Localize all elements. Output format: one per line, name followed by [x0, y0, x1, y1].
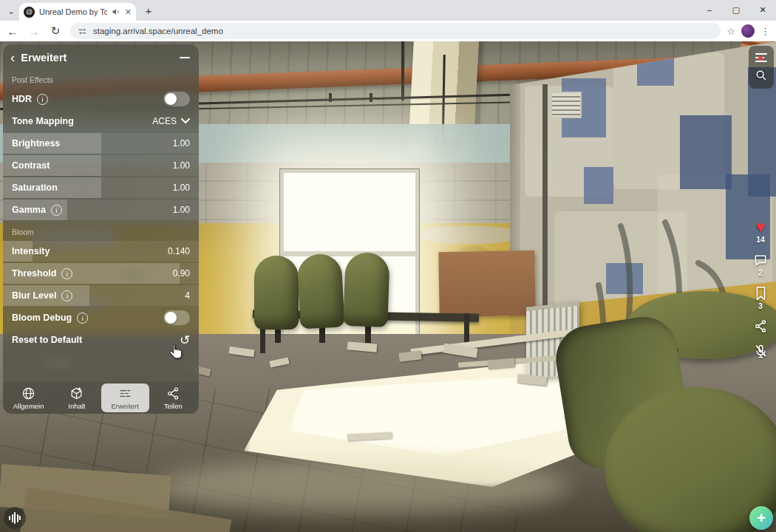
- scene-chair: [296, 253, 344, 329]
- bookmarks-count: 3: [758, 301, 763, 310]
- info-icon[interactable]: i: [77, 313, 88, 324]
- search-button[interactable]: [755, 69, 767, 81]
- threshold-slider[interactable]: Threshold i 0.90: [3, 263, 199, 284]
- profile-avatar[interactable]: [741, 24, 755, 38]
- notification-dot: [758, 56, 763, 61]
- window-close-button[interactable]: ✕: [749, 0, 776, 19]
- tab-inhalt[interactable]: Inhalt: [52, 383, 101, 412]
- info-icon[interactable]: i: [61, 268, 72, 279]
- site-settings-icon[interactable]: [78, 27, 87, 36]
- panel-collapse-icon[interactable]: [180, 57, 190, 59]
- scene-chair: [343, 252, 389, 327]
- address-bar[interactable]: staging.arrival.space/unreal_demo: [70, 23, 721, 39]
- contrast-slider[interactable]: Contrast 1.00: [3, 155, 199, 176]
- forward-button[interactable]: →: [25, 22, 43, 40]
- share-icon: [754, 319, 768, 333]
- window-maximize-button[interactable]: ▢: [723, 0, 749, 19]
- panel-title: Erweitert: [21, 52, 174, 64]
- site-favicon: @: [24, 7, 35, 18]
- reload-button[interactable]: ↻: [47, 22, 64, 40]
- social-rail: ♥ 14 2 3: [751, 219, 770, 359]
- tab-title: Unreal Demo by Tom: [39, 7, 107, 16]
- tone-mapping-select[interactable]: ACES: [152, 116, 190, 126]
- search-icon: [755, 69, 767, 81]
- share-button[interactable]: [754, 319, 768, 333]
- row-tone-mapping: Tone Mapping ACES: [3, 111, 199, 132]
- tab-allgemein[interactable]: Allgemein: [4, 383, 52, 412]
- info-icon[interactable]: i: [51, 205, 62, 216]
- mouse-cursor: [169, 344, 185, 364]
- bookmarks-button[interactable]: [755, 286, 767, 301]
- browser-menu-icon[interactable]: ⋮: [760, 26, 770, 37]
- heart-icon[interactable]: ♥: [756, 219, 765, 234]
- window-minimize-button[interactable]: –: [696, 0, 723, 19]
- menu-button[interactable]: [755, 53, 767, 62]
- scene-chair: [254, 256, 299, 330]
- chevron-down-icon: [181, 118, 190, 124]
- mic-off-icon: [754, 344, 768, 359]
- cube-plus-icon: [69, 386, 84, 400]
- comments-count: 2: [758, 268, 763, 277]
- tab-erweitert[interactable]: Erweitert: [101, 383, 149, 412]
- row-bloom-debug: Bloom Debug i: [3, 307, 199, 328]
- tab-close-icon[interactable]: ✕: [125, 7, 132, 17]
- bookmark-icon: [755, 286, 767, 301]
- scene-cable-clamp: [370, 93, 372, 102]
- section-post-effects: Post Effects: [3, 68, 199, 87]
- tab-teilen[interactable]: Teilen: [149, 383, 197, 412]
- scene-cable-clamp: [329, 93, 332, 102]
- browser-toolbar: ← → ↻ staging.arrival.space/unreal_demo …: [0, 21, 776, 41]
- back-button[interactable]: ←: [4, 22, 21, 40]
- likes-count: 14: [756, 235, 765, 244]
- new-tab-button[interactable]: +: [140, 2, 157, 18]
- tab-search-button[interactable]: ⌄: [4, 4, 18, 18]
- microphone-button[interactable]: [754, 344, 768, 359]
- blur-level-slider[interactable]: Blur Level i 4: [3, 285, 199, 306]
- scene-wall-patch: [421, 226, 517, 244]
- scene-sunlight-spill: [155, 459, 569, 514]
- bloom-debug-toggle[interactable]: [163, 310, 190, 325]
- url-text: staging.arrival.space/unreal_demo: [93, 27, 223, 35]
- info-icon[interactable]: i: [37, 94, 48, 105]
- brightness-slider[interactable]: Brightness 1.00: [3, 133, 199, 154]
- comments-button[interactable]: [753, 253, 768, 267]
- comment-icon: [753, 253, 768, 267]
- panel-tab-bar: Allgemein Inhalt Erweitert Teilen: [3, 382, 199, 414]
- row-hdr: HDR i: [3, 89, 199, 109]
- saturation-slider[interactable]: Saturation 1.00: [3, 177, 199, 198]
- info-icon[interactable]: i: [61, 290, 72, 301]
- panel-back-icon[interactable]: ‹: [10, 50, 15, 64]
- share-icon: [166, 386, 180, 400]
- sliders-icon: [118, 386, 132, 400]
- add-button[interactable]: +: [749, 506, 773, 530]
- viewer-menu-box: [749, 46, 774, 89]
- scene-hanging-wire: [401, 41, 404, 100]
- bookmark-star-icon[interactable]: ☆: [726, 26, 735, 37]
- gamma-slider[interactable]: Gamma i 1.00: [3, 200, 199, 220]
- scene-leaning-board: [438, 250, 536, 317]
- intensity-slider[interactable]: Intensity 0.140: [3, 241, 199, 262]
- globe-icon: [21, 386, 35, 400]
- section-bloom: Bloom: [3, 220, 199, 239]
- browser-tab[interactable]: @ Unreal Demo by Tom ✕: [19, 3, 136, 21]
- tab-audio-icon[interactable]: [112, 7, 120, 16]
- browser-tab-strip: ⌄ @ Unreal Demo by Tom ✕ + – ▢ ✕: [0, 0, 776, 21]
- hdr-toggle[interactable]: [163, 92, 190, 106]
- audio-visualizer-button[interactable]: [4, 507, 26, 529]
